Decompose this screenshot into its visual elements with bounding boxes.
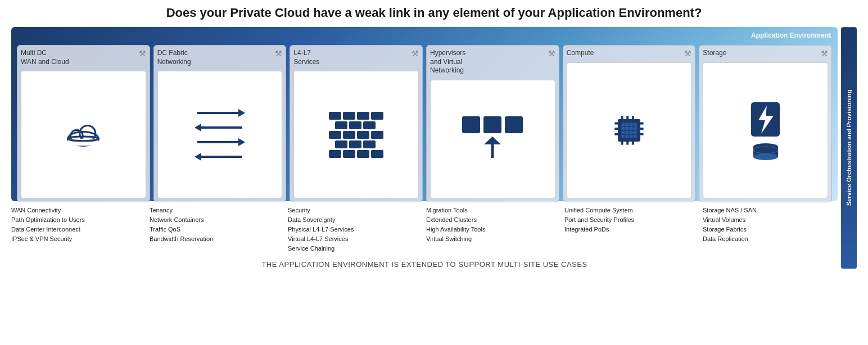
svg-rect-34 (640, 133, 644, 135)
cloud-svg (64, 119, 103, 150)
card-header-hypervisors: Hypervisorsand VirtualNetworking ⚒ (430, 49, 555, 75)
text-ha-tools: High Availability Tools (426, 225, 561, 234)
card-title-l4-l7: L4-L7Services (293, 49, 319, 66)
lightning-svg (750, 101, 781, 138)
wrench-icon-compute: ⚒ (684, 49, 691, 58)
text-service-chaining: Service Chaining (288, 244, 423, 253)
svg-rect-31 (614, 133, 618, 135)
card-l4-l7: L4-L7Services ⚒ (290, 45, 423, 202)
card-compute: Compute ⚒ (563, 45, 696, 202)
arrow-right-2 (195, 137, 245, 147)
svg-rect-23 (621, 116, 623, 119)
text-sections: WAN Connectivity Path Optimization to Us… (11, 206, 838, 253)
card-title-compute: Compute (567, 49, 594, 58)
diagram-panel: Application Environment Multi DCWAN and … (11, 27, 838, 269)
text-section-l4-l7: Security Data Sovereignty Physical L4-L7… (288, 206, 423, 253)
card-header-dc-fabric: DC FabricNetworking ⚒ (157, 49, 283, 66)
text-path: Path Optimization to Users (11, 215, 146, 225)
wrench-icon-multi-dc: ⚒ (139, 49, 146, 58)
card-hypervisors: Hypervisorsand VirtualNetworking ⚒ (426, 45, 559, 202)
svg-rect-28 (632, 142, 634, 145)
text-virtual-l4l7: Virtual L4-L7 Services (288, 234, 423, 244)
text-pods: Integrated PoDs (564, 225, 699, 234)
svg-point-39 (753, 153, 778, 160)
svg-marker-12 (195, 153, 201, 161)
text-storage-fabrics: Storage Fabrics (703, 225, 838, 234)
banner: Application Environment Multi DCWAN and … (11, 27, 838, 201)
text-migration-tools: Migration Tools (426, 206, 561, 215)
text-ucs: Unified Compute System (564, 206, 699, 215)
vm-box-1 (462, 116, 480, 133)
card-icon-l4-l7 (293, 71, 419, 198)
svg-rect-26 (621, 142, 623, 145)
storage-area (750, 101, 781, 160)
arrow-right-1 (195, 108, 245, 118)
card-icon-storage (703, 62, 828, 198)
svg-rect-32 (640, 122, 644, 125)
app-env-label: Application Environment (751, 31, 831, 39)
card-title-multi-dc: Multi DCWAN and Cloud (21, 49, 69, 66)
text-section-compute: Unified Compute System Port and Security… (564, 206, 699, 253)
card-storage: Storage ⚒ (699, 45, 832, 202)
card-header-compute: Compute ⚒ (567, 49, 692, 58)
footer-text: THE APPLICATION ENVIRONMENT IS EXTENDED … (11, 260, 838, 269)
vm-area (462, 116, 523, 162)
text-section-storage: Storage NAS / SAN Virtual Volumes Storag… (703, 206, 838, 253)
text-extended-clusters: Extended Clusters (426, 215, 561, 225)
card-icon-multi-dc (21, 71, 146, 198)
text-data-replication: Data Replication (703, 234, 838, 244)
vm-boxes-row (462, 116, 523, 133)
wrench-icon-storage: ⚒ (821, 49, 828, 58)
text-ipsec: IPSec & VPN Security (11, 234, 146, 244)
svg-rect-33 (640, 128, 644, 130)
vm-box-3 (505, 116, 523, 133)
text-traffic-qos: Traffic QoS (150, 225, 284, 234)
svg-marker-14 (484, 137, 501, 144)
side-label: Service Orchestration and Provisioning (841, 27, 857, 269)
text-section-multi-dc: WAN Connectivity Path Optimization to Us… (11, 206, 146, 253)
svg-marker-10 (238, 138, 245, 146)
card-header-storage: Storage ⚒ (703, 49, 828, 58)
vm-arrow-up (484, 137, 501, 162)
vm-box-2 (483, 116, 501, 133)
text-virtual-switching: Virtual Switching (426, 234, 561, 244)
text-nas-san: Storage NAS / SAN (703, 206, 838, 215)
cards-row: Multi DCWAN and Cloud ⚒ (17, 45, 832, 202)
arrows-area (195, 108, 245, 162)
card-dc-fabric: DC FabricNetworking ⚒ (153, 45, 287, 202)
text-wan: WAN Connectivity (11, 206, 146, 215)
card-header-l4-l7: L4-L7Services ⚒ (293, 49, 419, 66)
card-header-multi-dc: Multi DCWAN and Cloud ⚒ (21, 49, 146, 66)
svg-rect-30 (614, 128, 618, 130)
bricks-area (329, 112, 383, 158)
arrow-left-1 (195, 122, 245, 133)
wrench-icon-hypervisors: ⚒ (548, 49, 555, 58)
card-title-storage: Storage (703, 49, 726, 58)
text-physical-l4l7: Physical L4-L7 Services (288, 225, 423, 234)
svg-rect-27 (626, 142, 629, 145)
chip-svg (607, 108, 652, 153)
text-section-dc-fabric: Tenancy Network Containers Traffic QoS B… (150, 206, 284, 253)
text-virtual-volumes: Virtual Volumes (703, 215, 838, 225)
card-icon-compute (567, 62, 692, 198)
card-title-hypervisors: Hypervisorsand VirtualNetworking (430, 49, 465, 75)
text-bandwidth: Bandwidth Reservation (150, 234, 284, 244)
text-section-hypervisors: Migration Tools Extended Clusters High A… (426, 206, 561, 253)
svg-rect-29 (614, 122, 618, 125)
svg-marker-6 (238, 109, 245, 117)
svg-rect-24 (626, 116, 629, 119)
wrench-icon-l4-l7: ⚒ (412, 49, 419, 58)
card-icon-hypervisors (430, 80, 555, 198)
card-title-dc-fabric: DC FabricNetworking (157, 49, 191, 66)
text-data-sovereignty: Data Sovereignty (288, 215, 423, 225)
wrench-icon-dc-fabric: ⚒ (275, 49, 282, 58)
main-title: Does your Private Cloud have a weak link… (11, 6, 857, 20)
text-tenancy: Tenancy (150, 206, 284, 215)
text-security: Security (288, 206, 423, 215)
text-network-containers: Network Containers (150, 215, 284, 225)
card-multi-dc: Multi DCWAN and Cloud ⚒ (17, 45, 150, 202)
page-container: Does your Private Cloud have a weak link… (0, 0, 868, 274)
card-icon-dc-fabric (157, 71, 283, 198)
svg-rect-25 (632, 116, 634, 119)
text-dci: Data Center Interconnect (11, 225, 146, 234)
